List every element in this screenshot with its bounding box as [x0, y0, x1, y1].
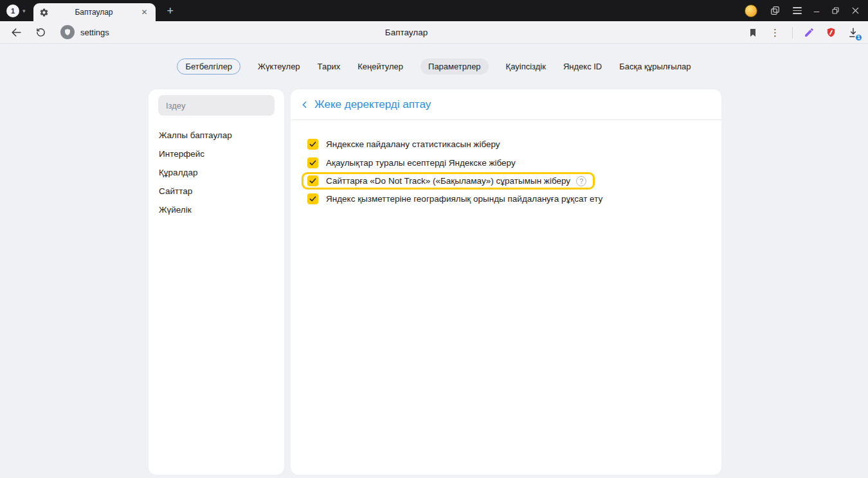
- sidebar-item-tools[interactable]: Құралдар: [149, 163, 284, 182]
- address-bar: settings Баптаулар ⋮ 1: [0, 21, 868, 44]
- sidebar-item-sites[interactable]: Сайттар: [149, 182, 284, 200]
- download-count-badge: 1: [854, 33, 863, 42]
- tabbar-right-controls: –: [745, 4, 859, 17]
- checkbox-checked-icon[interactable]: [307, 157, 318, 168]
- gear-icon: [39, 8, 49, 17]
- search-input[interactable]: [158, 95, 275, 116]
- setting-label: Ақаулықтар туралы есептерді Яндекске жіб…: [326, 158, 516, 168]
- checkbox-checked-icon[interactable]: [307, 175, 318, 186]
- close-window-button[interactable]: [852, 7, 859, 14]
- section-title: Жеке деректерді аптау: [314, 98, 431, 111]
- tab-downloads[interactable]: Жүктеулер: [258, 62, 300, 71]
- maximize-button[interactable]: [831, 6, 840, 15]
- protect-shield-icon[interactable]: [826, 27, 836, 38]
- tab-count-label: 1: [11, 7, 15, 15]
- browser-tab-settings[interactable]: Баптаулар ✕: [33, 3, 156, 21]
- back-icon[interactable]: [10, 26, 23, 39]
- chevron-down-icon[interactable]: ▾: [23, 8, 26, 14]
- tab-security[interactable]: Қауіпсіздік: [506, 62, 546, 71]
- tab-other-devices[interactable]: Басқа құрылғылар: [619, 62, 691, 71]
- settings-panel: Жеке деректерді аптау Яндекске пайдалану…: [291, 89, 721, 475]
- url-text[interactable]: settings: [80, 28, 109, 37]
- tab-bookmarks[interactable]: Бетбелгілер: [177, 58, 240, 75]
- help-icon[interactable]: ?: [576, 176, 586, 186]
- download-icon[interactable]: 1: [847, 27, 859, 39]
- settings-nav: Бетбелгілер Жүктеулер Тарих Кеңейтулер П…: [0, 57, 868, 75]
- settings-rows: Яндекске пайдалану статистикасын жіберу …: [291, 120, 721, 205]
- setting-label: Яндекс қызметтеріне географиялық орынды …: [326, 194, 602, 204]
- minimize-button[interactable]: –: [814, 8, 819, 14]
- setting-row-geolocation: Яндекс қызметтеріне географиялық орынды …: [307, 193, 602, 205]
- toolbar-divider: [792, 27, 793, 39]
- addressbar-right-controls: ⋮ 1: [748, 21, 859, 44]
- reload-icon[interactable]: [35, 27, 46, 38]
- settings-sidebar: Жалпы баптаулар Интерфейс Құралдар Сайтт…: [149, 89, 284, 475]
- pen-icon[interactable]: [804, 27, 815, 38]
- tab-count-badge[interactable]: 1: [6, 4, 19, 17]
- tab-history[interactable]: Тарих: [318, 62, 341, 71]
- section-back-header[interactable]: Жеке деректерді аптау: [291, 89, 721, 120]
- more-icon[interactable]: ⋮: [769, 27, 781, 39]
- menu-icon[interactable]: [793, 7, 802, 14]
- chevron-left-icon: [300, 100, 310, 110]
- tab-title: Баптаулар: [49, 8, 140, 17]
- tab-yandex-id[interactable]: Яндекс ID: [563, 62, 602, 71]
- tab-switcher-icon[interactable]: [770, 5, 781, 16]
- new-tab-button[interactable]: +: [163, 4, 178, 18]
- setting-label: Сайттарға «Do Not Track» («Бақыламау») с…: [326, 176, 570, 186]
- sidebar-item-system[interactable]: Жүйелік: [149, 200, 284, 219]
- tab-settings[interactable]: Параметрлер: [420, 58, 489, 75]
- sidebar-list: Жалпы баптаулар Интерфейс Құралдар Сайтт…: [149, 116, 284, 219]
- page-title: Баптаулар: [385, 21, 428, 44]
- site-badge-icon[interactable]: [60, 25, 75, 39]
- checkbox-checked-icon[interactable]: [307, 139, 318, 150]
- sidebar-item-general[interactable]: Жалпы баптаулар: [149, 126, 284, 145]
- bookmark-icon[interactable]: [748, 28, 758, 38]
- setting-label: Яндекске пайдалану статистикасын жіберу: [326, 139, 500, 149]
- setting-row-usage-stats: Яндекске пайдалану статистикасын жіберу: [307, 138, 500, 150]
- tab-bar: 1 ▾ Баптаулар ✕ + –: [0, 0, 868, 21]
- sidebar-item-interface[interactable]: Интерфейс: [149, 145, 284, 163]
- setting-row-crash-reports: Ақаулықтар туралы есептерді Яндекске жіб…: [307, 157, 516, 169]
- profile-avatar[interactable]: [745, 4, 757, 17]
- close-icon[interactable]: ✕: [139, 6, 149, 18]
- tab-extensions[interactable]: Кеңейтулер: [357, 62, 403, 71]
- setting-row-do-not-track: Сайттарға «Do Not Track» («Бақыламау») с…: [302, 172, 595, 190]
- checkbox-checked-icon[interactable]: [307, 193, 318, 204]
